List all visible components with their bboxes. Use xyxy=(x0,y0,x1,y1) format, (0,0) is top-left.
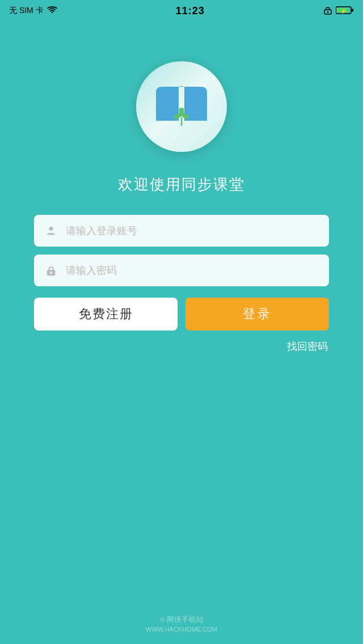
main-content: 欢迎使用同步课堂 免费 xyxy=(0,22,363,353)
user-icon xyxy=(43,223,59,239)
login-button[interactable]: 登录 xyxy=(185,298,329,331)
watermark-line1: ⊙ 网侠手机站 xyxy=(159,615,204,625)
battery-icon: ⚡ xyxy=(336,6,354,16)
password-lock-icon xyxy=(43,262,59,278)
svg-point-11 xyxy=(49,227,53,231)
password-input-container xyxy=(34,255,329,286)
password-input[interactable] xyxy=(66,265,320,277)
svg-point-1 xyxy=(327,11,329,12)
logo-svg xyxy=(150,81,213,132)
form-area: 免费注册 登录 找回密码 xyxy=(34,215,329,353)
username-input-container xyxy=(34,215,329,247)
register-button[interactable]: 免费注册 xyxy=(34,298,178,331)
username-input[interactable] xyxy=(66,225,320,237)
watermark-line2: WWW.HACKHOME.COM xyxy=(146,626,217,633)
forgot-password-link[interactable]: 找回密码 xyxy=(34,340,329,353)
watermark: ⊙ 网侠手机站 WWW.HACKHOME.COM xyxy=(0,615,363,633)
logo-inner xyxy=(145,70,218,143)
status-right: ⚡ xyxy=(323,6,354,16)
svg-point-13 xyxy=(50,272,52,274)
welcome-text: 欢迎使用同步课堂 xyxy=(118,175,245,194)
no-sim-text: 无 SIM 卡 xyxy=(9,6,44,16)
buttons-row: 免费注册 登录 xyxy=(34,298,329,331)
status-left: 无 SIM 卡 xyxy=(9,6,57,16)
svg-text:⚡: ⚡ xyxy=(340,8,347,15)
status-time: 11:23 xyxy=(176,5,205,17)
app-logo xyxy=(136,61,227,152)
status-bar: 无 SIM 卡 11:23 xyxy=(0,0,363,22)
lock-icon xyxy=(323,6,332,16)
svg-rect-4 xyxy=(352,9,353,11)
wifi-icon xyxy=(47,6,57,16)
